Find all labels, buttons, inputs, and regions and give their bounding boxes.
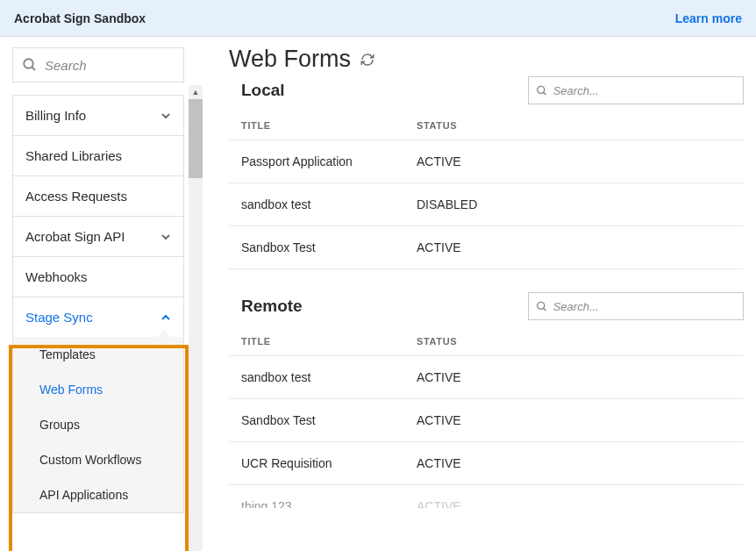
submenu-item-label: Templates [39, 347, 96, 361]
sidebar-item-acrobat-sign-api[interactable]: Acrobat Sign API [13, 217, 183, 257]
search-icon [536, 300, 548, 313]
table-header-row: TITLE STATUS [229, 324, 744, 355]
sidebar-search-input[interactable] [45, 58, 175, 73]
local-search[interactable] [528, 76, 744, 104]
svg-line-1 [32, 67, 35, 70]
cell-title: sandbox test [241, 370, 417, 384]
cell-title: Sandbox Test [241, 413, 417, 427]
sidebar-search[interactable] [12, 47, 184, 82]
cell-status: ACTIVE [417, 499, 731, 508]
submenu-item-label: Custom Workflows [39, 453, 141, 467]
sidebar-scrollbar[interactable]: ▲ [189, 85, 203, 551]
sidebar-item-label: Webhooks [25, 269, 88, 284]
column-header-status[interactable]: STATUS [417, 336, 731, 347]
scroll-up-icon[interactable]: ▲ [189, 85, 203, 99]
cell-title: Sandbox Test [241, 240, 417, 254]
column-header-status[interactable]: STATUS [417, 120, 731, 131]
learn-more-link[interactable]: Learn more [675, 11, 742, 25]
sidebar-item-webhooks[interactable]: Webhooks [13, 257, 183, 297]
sidebar-item-label: Shared Libraries [25, 148, 122, 163]
table-row[interactable]: Passport Application ACTIVE [229, 140, 744, 182]
chevron-up-icon [160, 312, 171, 323]
scrollbar-thumb[interactable] [189, 99, 203, 178]
submenu-pointer-icon [157, 330, 171, 337]
table-row[interactable]: thing 123 ACTIVE [229, 484, 744, 508]
submenu-item-api-applications[interactable]: API Applications [13, 477, 183, 512]
svg-point-4 [538, 302, 545, 309]
sidebar: Billing Info Shared Libraries Access Req… [0, 37, 203, 551]
refresh-icon[interactable] [360, 52, 375, 68]
sidebar-item-billing-info[interactable]: Billing Info [13, 96, 183, 136]
table-row[interactable]: Sandbox Test ACTIVE [229, 225, 744, 269]
cell-title: UCR Requisition [241, 456, 417, 470]
cell-title: Passport Application [241, 154, 417, 168]
sidebar-item-label: Billing Info [25, 108, 86, 123]
stage-sync-submenu: Templates Web Forms Groups Custom Workfl… [13, 337, 183, 512]
cell-status: ACTIVE [417, 154, 731, 168]
sidebar-submenu-container: Templates Web Forms Groups Custom Workfl… [13, 337, 183, 513]
table-row[interactable]: UCR Requisition ACTIVE [229, 441, 744, 484]
search-icon [536, 84, 548, 97]
submenu-item-templates[interactable]: Templates [13, 337, 183, 372]
table-header-row: TITLE STATUS [229, 108, 744, 140]
sidebar-item-label: Stage Sync [25, 310, 93, 325]
local-section: Local TITLE STATUS Passport Application … [229, 76, 744, 269]
sidebar-nav: Billing Info Shared Libraries Access Req… [12, 95, 184, 513]
cell-title: thing 123 [241, 499, 417, 508]
submenu-item-groups[interactable]: Groups [13, 407, 183, 442]
main-content: Web Forms Local TITLE STATUS Passport Ap… [203, 37, 756, 551]
sidebar-item-access-requests[interactable]: Access Requests [13, 176, 183, 217]
submenu-item-web-forms[interactable]: Web Forms [13, 372, 183, 407]
remote-search[interactable] [528, 292, 744, 320]
chevron-down-icon [160, 232, 171, 242]
svg-point-2 [538, 86, 545, 93]
svg-line-5 [544, 308, 546, 311]
sidebar-item-label: Acrobat Sign API [25, 229, 125, 244]
column-header-title[interactable]: TITLE [241, 120, 417, 131]
table-row[interactable]: sandbox test DISABLED [229, 182, 744, 225]
top-banner: Acrobat Sign Sandbox Learn more [0, 0, 756, 37]
local-search-input[interactable] [553, 84, 736, 97]
remote-search-input[interactable] [553, 300, 736, 313]
remote-section-title: Remote [229, 297, 303, 316]
submenu-item-label: API Applications [39, 488, 128, 502]
cell-status: ACTIVE [417, 240, 731, 254]
column-header-title[interactable]: TITLE [241, 336, 417, 347]
search-icon [22, 57, 38, 73]
sidebar-item-label: Access Requests [25, 189, 127, 204]
remote-table: TITLE STATUS sandbox test ACTIVE Sandbox… [229, 324, 744, 508]
sidebar-item-shared-libraries[interactable]: Shared Libraries [13, 136, 183, 176]
local-section-title: Local [229, 81, 285, 100]
app-title: Acrobat Sign Sandbox [14, 11, 146, 25]
submenu-item-label: Groups [39, 418, 80, 432]
svg-line-3 [544, 92, 546, 95]
page-title: Web Forms [229, 46, 744, 73]
cell-title: sandbox test [241, 197, 417, 211]
table-row[interactable]: Sandbox Test ACTIVE [229, 398, 744, 441]
remote-section: Remote TITLE STATUS sandbox test ACTIVE … [229, 292, 744, 508]
cell-status: ACTIVE [417, 456, 731, 470]
cell-status: DISABLED [417, 197, 731, 211]
cell-status: ACTIVE [417, 413, 731, 427]
table-row[interactable]: sandbox test ACTIVE [229, 355, 744, 398]
page-title-text: Web Forms [229, 46, 351, 73]
local-table: TITLE STATUS Passport Application ACTIVE… [229, 108, 744, 269]
cell-status: ACTIVE [417, 370, 731, 384]
svg-point-0 [24, 59, 33, 68]
chevron-down-icon [160, 111, 171, 121]
submenu-item-custom-workflows[interactable]: Custom Workflows [13, 442, 183, 477]
submenu-item-label: Web Forms [39, 383, 103, 397]
